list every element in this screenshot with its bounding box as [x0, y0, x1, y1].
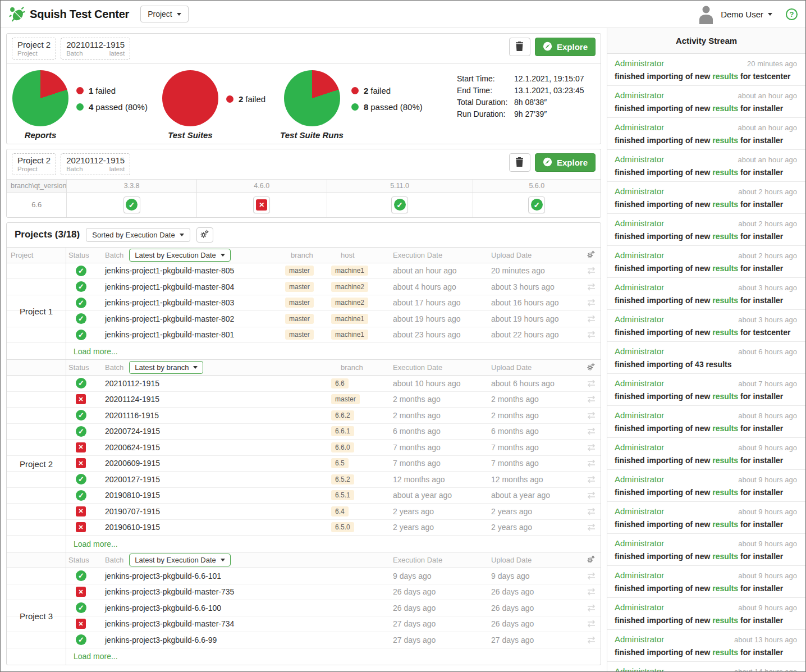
compare-button[interactable]: [581, 508, 601, 515]
load-more-link[interactable]: Load more...: [74, 347, 118, 356]
activity-user-link[interactable]: Administrator: [615, 570, 664, 580]
user-menu-button[interactable]: Demo User: [721, 10, 772, 19]
compare-button[interactable]: [581, 459, 601, 467]
activity-user-link[interactable]: Administrator: [615, 218, 664, 228]
activity-user-link[interactable]: Administrator: [615, 122, 664, 132]
project-name[interactable]: Project 2: [7, 376, 66, 552]
delete-batch-button[interactable]: [509, 38, 530, 56]
compare-button[interactable]: [581, 523, 601, 531]
compare-button[interactable]: [581, 604, 601, 612]
matrix-result-button[interactable]: ✓: [528, 196, 545, 213]
pie-chart-test-suites[interactable]: [162, 70, 218, 126]
project-chip[interactable]: Project 2 Project: [12, 153, 56, 175]
results-link[interactable]: results: [712, 392, 738, 401]
column-settings-button[interactable]: [587, 555, 595, 565]
results-link[interactable]: results: [712, 648, 738, 657]
sort-dropdown[interactable]: Sorted by Execution Date: [86, 228, 190, 242]
compare-button[interactable]: [581, 476, 601, 483]
matrix-result-button[interactable]: ✓: [391, 196, 408, 213]
results-link[interactable]: results: [712, 200, 738, 209]
compare-button[interactable]: [581, 331, 601, 339]
latest-filter-dropdown[interactable]: Latest by branch: [129, 361, 203, 374]
results-link[interactable]: results: [712, 232, 738, 241]
activity-user-link[interactable]: Administrator: [615, 442, 664, 452]
batch-name-link[interactable]: jenkins-project1-pkgbuild-master-804: [105, 282, 285, 291]
activity-user-link[interactable]: Administrator: [615, 602, 664, 612]
column-settings-button[interactable]: [587, 363, 595, 372]
batch-name-link[interactable]: 20190707-1915: [105, 507, 331, 516]
results-link[interactable]: results: [712, 136, 738, 145]
compare-button[interactable]: [581, 315, 601, 323]
batch-name-link[interactable]: 20190810-1915: [105, 491, 331, 500]
batch-chip[interactable]: 20210112-1915 Batch latest: [61, 38, 130, 60]
activity-user-link[interactable]: Administrator: [615, 378, 664, 388]
batch-name-link[interactable]: jenkins-project3-pkgbuild-6.6-100: [105, 604, 385, 612]
results-link[interactable]: results: [712, 552, 738, 561]
results-link[interactable]: results: [712, 264, 738, 273]
batch-name-link[interactable]: 20201124-1915: [105, 395, 331, 404]
column-settings-button[interactable]: [587, 250, 595, 260]
matrix-result-button[interactable]: ✕: [253, 196, 270, 213]
activity-user-link[interactable]: Administrator: [615, 506, 664, 516]
results-link[interactable]: results: [712, 424, 738, 433]
batch-name-link[interactable]: jenkins-project3-pkgbuild-6.6-101: [105, 572, 385, 580]
compare-button[interactable]: [581, 283, 601, 291]
project-menu-button[interactable]: Project: [140, 6, 189, 22]
batch-name-link[interactable]: jenkins-project3-pkgbuild-master-734: [105, 619, 385, 628]
project-name[interactable]: Project 3: [7, 568, 66, 665]
load-more-link[interactable]: Load more...: [74, 540, 118, 548]
results-link[interactable]: results: [712, 104, 738, 113]
latest-filter-dropdown[interactable]: Latest by Execution Date: [129, 249, 231, 262]
compare-button[interactable]: [581, 427, 601, 435]
activity-user-link[interactable]: Administrator: [615, 634, 664, 644]
batch-name-link[interactable]: jenkins-project1-pkgbuild-master-801: [105, 330, 285, 339]
batch-name-link[interactable]: jenkins-project3-pkgbuild-6.6-99: [105, 636, 385, 644]
results-link[interactable]: results: [712, 520, 738, 529]
activity-user-link[interactable]: Administrator: [615, 474, 664, 484]
batch-name-link[interactable]: 20190610-1915: [105, 523, 331, 532]
compare-button[interactable]: [581, 299, 601, 307]
explore-button[interactable]: Explore: [535, 38, 596, 56]
results-link[interactable]: results: [712, 616, 738, 625]
activity-user-link[interactable]: Administrator: [615, 538, 664, 548]
activity-user-link[interactable]: Administrator: [615, 58, 664, 68]
results-link[interactable]: results: [712, 296, 738, 305]
results-link[interactable]: results: [712, 488, 738, 497]
pie-chart-reports[interactable]: [12, 70, 68, 126]
activity-user-link[interactable]: Administrator: [615, 346, 664, 356]
pie-chart-test-suite-runs[interactable]: [284, 70, 340, 126]
batch-name-link[interactable]: jenkins-project1-pkgbuild-master-803: [105, 298, 285, 307]
activity-user-link[interactable]: Administrator: [615, 314, 664, 324]
activity-user-link[interactable]: Administrator: [615, 250, 664, 260]
results-link[interactable]: results: [712, 72, 738, 81]
matrix-result-button[interactable]: ✓: [123, 196, 140, 213]
results-link[interactable]: results: [712, 456, 738, 465]
batch-name-link[interactable]: 20200127-1915: [105, 475, 331, 484]
compare-button[interactable]: [581, 395, 601, 403]
activity-user-link[interactable]: Administrator: [615, 666, 664, 671]
activity-user-link[interactable]: Administrator: [615, 186, 664, 196]
project-chip[interactable]: Project 2 Project: [12, 38, 56, 60]
batch-name-link[interactable]: jenkins-project3-pkgbuild-master-735: [105, 587, 385, 596]
batch-name-link[interactable]: jenkins-project1-pkgbuild-master-805: [105, 266, 285, 275]
compare-button[interactable]: [581, 380, 601, 387]
batch-name-link[interactable]: 20200724-1915: [105, 427, 331, 436]
batch-name-link[interactable]: 20201116-1915: [105, 411, 331, 420]
activity-user-link[interactable]: Administrator: [615, 282, 664, 292]
results-link[interactable]: results: [712, 328, 738, 337]
batch-name-link[interactable]: 20200609-1915: [105, 459, 331, 468]
compare-button[interactable]: [581, 588, 601, 596]
compare-button[interactable]: [581, 412, 601, 419]
compare-button[interactable]: [581, 267, 601, 275]
activity-user-link[interactable]: Administrator: [615, 90, 664, 100]
project-name[interactable]: Project 1: [7, 263, 66, 360]
table-settings-button[interactable]: [196, 227, 213, 243]
batch-chip[interactable]: 20210112-1915 Batch latest: [61, 153, 130, 175]
compare-button[interactable]: [581, 636, 601, 644]
batch-name-link[interactable]: 20200624-1915: [105, 443, 331, 452]
batch-name-link[interactable]: 20210112-1915: [105, 379, 331, 388]
activity-user-link[interactable]: Administrator: [615, 154, 664, 164]
latest-filter-dropdown[interactable]: Latest by Execution Date: [129, 554, 231, 566]
results-link[interactable]: results: [712, 168, 738, 177]
activity-user-link[interactable]: Administrator: [615, 410, 664, 420]
